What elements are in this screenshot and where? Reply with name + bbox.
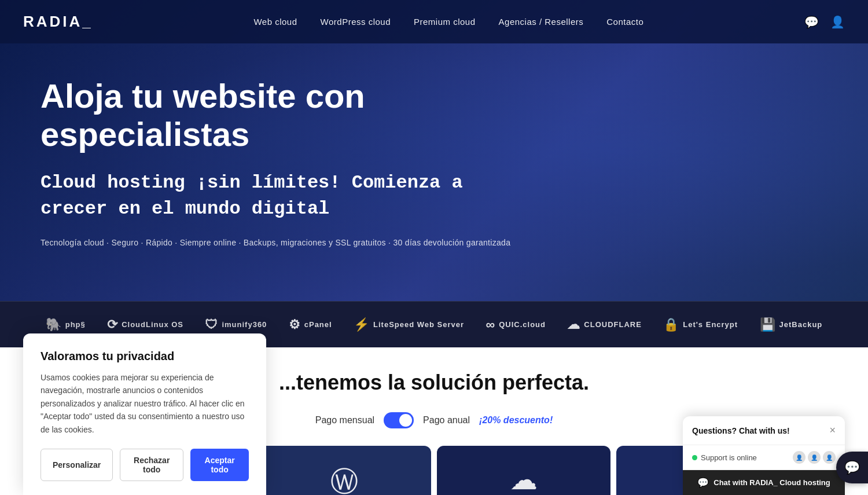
logo-cloudlinux: ⟳ CloudLinux OS [107,317,183,332]
billing-toggle[interactable] [384,412,414,428]
chat-close-button[interactable]: × [829,424,836,437]
logo-cloudflare: ☁ CLOUDFLARE [567,317,642,332]
logo-litespeed: ⚡ LiteSpeed Web Server [354,317,464,332]
agent-avatar-3: 👤 [823,451,836,464]
nav-contacto[interactable]: Contacto [606,17,643,27]
pricing-toggle: Pago mensual Pago anual ¡20% descuento! [315,412,553,428]
plan-premium-icon: ☁ [510,463,538,495]
chat-cta-button[interactable]: 💬 Chat with RADIA_ Cloud hosting [683,470,845,495]
nav-links: Web cloud WordPress cloud Premium cloud … [253,17,643,27]
chat-icon[interactable]: 💬 [804,15,819,29]
nav-wordpress-cloud[interactable]: WordPress cloud [321,17,391,27]
agent-avatar-2: 👤 [808,451,821,464]
plan-card-premium[interactable]: ☁ [437,446,610,495]
annual-label: Pago anual [423,415,470,426]
logo-imunify: 🛡 imunify360 [205,317,267,332]
chat-status: Support is online 👤 👤 👤 [683,445,845,470]
personalizar-button[interactable]: Personalizar [41,449,113,481]
pricing-heading: ...tenemos la solución perfecta. [279,371,589,395]
logo-quic: ∞ QUIC.cloud [486,317,545,332]
php-icon: 🐘 [46,317,62,332]
hero-content: Aloja tu website con especialistas Cloud… [41,77,827,248]
nav-premium-cloud[interactable]: Premium cloud [414,17,476,27]
plan-wordpress-icon: Ⓦ [330,463,358,495]
logo-php: 🐘 php§ [46,317,86,332]
quic-icon: ∞ [486,317,495,332]
chat-cta-icon: 💬 [697,477,709,488]
discount-label: ¡20% descuento! [479,415,553,426]
chat-status-text: Support is online [701,453,757,462]
navbar-icons: 💬 👤 [804,15,845,29]
nav-agencias[interactable]: Agencias / Resellers [499,17,584,27]
aceptar-button[interactable]: Aceptar todo [190,449,249,481]
cloudflare-icon: ☁ [567,317,580,332]
nav-web-cloud[interactable]: Web cloud [253,17,297,27]
cloudlinux-icon: ⟳ [107,317,118,332]
logo-letsencrypt: 🔒 Let's Encrypt [663,317,738,332]
letsencrypt-icon: 🔒 [663,317,679,332]
chat-header-title: Questions? Chat with us! [692,426,790,435]
navbar: RADIA_ Web cloud WordPress cloud Premium… [0,0,868,43]
hero-heading: Aloja tu website con especialistas [41,77,561,154]
rechazar-button[interactable]: Rechazar todo [120,449,183,481]
logo-jetbackup: 💾 JetBackup [760,317,823,332]
user-icon[interactable]: 👤 [830,15,845,29]
cookie-banner: Valoramos tu privacidad Usamos cookies p… [23,333,266,495]
cookie-title: Valoramos tu privacidad [41,350,249,363]
hero-section: Aloja tu website con especialistas Cloud… [0,0,868,301]
status-dot [692,455,697,460]
chat-float-button[interactable]: 💬 [836,452,868,483]
chat-cta-text: Chat with RADIA_ Cloud hosting [713,478,830,487]
jetbackup-icon: 💾 [760,317,776,332]
chat-agents: 👤 👤 👤 [793,451,836,464]
hero-features: Tecnología cloud · Seguro · Rápido · Sie… [41,238,827,247]
imunify-icon: 🛡 [205,317,218,332]
logo[interactable]: RADIA_ [23,13,93,31]
cpanel-icon: ⚙ [289,317,301,332]
chat-widget: Questions? Chat with us! × Support is on… [683,416,845,495]
hero-subheading: Cloud hosting ¡sin límites! Comienza a c… [41,170,503,222]
plan-card-wordpress[interactable]: Ⓦ [258,446,431,495]
agent-avatar-1: 👤 [793,451,806,464]
toggle-knob [399,414,412,427]
litespeed-icon: ⚡ [354,317,370,332]
monthly-label: Pago mensual [315,415,374,426]
logo-cpanel: ⚙ cPanel [289,317,332,332]
chat-header: Questions? Chat with us! × [683,416,845,445]
cookie-text: Usamos cookies para mejorar su experienc… [41,371,249,436]
cookie-buttons: Personalizar Rechazar todo Aceptar todo [41,449,249,481]
